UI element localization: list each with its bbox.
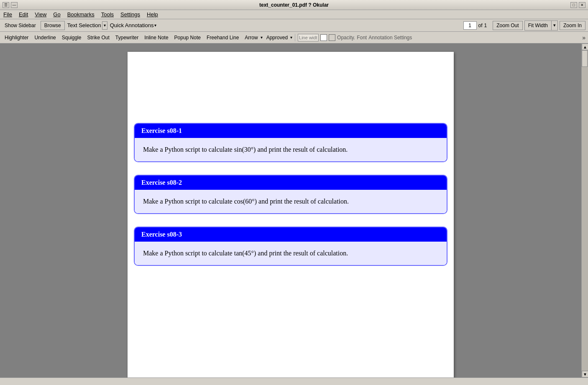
main-toolbar: Show Sidebar Browse Text Selection ▾ Qui… [0,19,588,32]
exercise-box-2: Exercise s08-2 Make a Python script to c… [134,175,447,214]
menu-bookmarks[interactable]: Bookmarks [66,11,96,18]
menu-help[interactable]: Help [145,11,160,18]
menu-file[interactable]: File [2,11,14,18]
exercise-2-header: Exercise s08-2 [135,176,447,190]
approved-dropdown[interactable]: ▾ [290,35,292,40]
approved-wrap: Approved ▾ [264,33,292,42]
title-bar-left-buttons: ☰ — [3,2,18,8]
highlighter-button[interactable]: Highlighter [3,33,31,42]
fit-width-button[interactable]: Fit Width [525,21,552,30]
annotation-toolbar: Highlighter Underline Squiggle Strike Ou… [0,32,588,43]
zoom-out-button[interactable]: Zoom Out [493,21,522,30]
show-sidebar-button[interactable]: Show Sidebar [3,21,38,30]
annot-separator-1 [295,34,295,41]
page-of-label: of [478,23,483,28]
pdf-page: Exercise s08-1 Make a Python script to c… [128,52,454,377]
exercise-3-header: Exercise s08-3 [135,227,447,242]
squiggle-button[interactable]: Squiggle [60,33,84,42]
more-button[interactable]: » [582,34,585,41]
exercise-1-header: Exercise s08-1 [135,124,447,138]
browse-button[interactable]: Browse [41,21,65,30]
exercise-box-3: Exercise s08-3 Make a Python script to c… [134,227,447,266]
menu-edit[interactable]: Edit [17,11,30,18]
scroll-thumb[interactable] [582,50,588,67]
approved-button[interactable]: Approved [264,33,290,42]
exercise-1-body: Make a Python script to calculate sin(30… [135,138,447,161]
menu-bar: File Edit View Go Bookmarks Tools Settin… [0,10,588,19]
line-width-input[interactable] [298,34,319,41]
text-selection-wrap: Text Selection ▾ [67,21,107,30]
opacity-label: Opacity. [337,35,355,41]
main-content: Exercise s08-1 Make a Python script to c… [0,43,588,377]
text-selection-label: Text Selection [67,22,101,28]
title-bar-right-buttons: □ ✕ [570,2,585,8]
scroll-down-arrow[interactable]: ▼ [582,371,588,377]
pdf-viewport[interactable]: Exercise s08-1 Make a Python script to c… [0,43,581,377]
freehand-line-button[interactable]: Freehand Line [205,33,241,42]
arrow-button[interactable]: Arrow [243,33,260,42]
inline-note-button[interactable]: Inline Note [142,33,170,42]
text-selection-dropdown[interactable]: ▾ [102,21,107,30]
window-menu-button[interactable]: ☰ [3,2,9,8]
quick-annotations-label: Quick Annotations [110,22,154,28]
page-navigation: of 1 [463,21,487,30]
arrow-wrap: Arrow ▾ [243,33,262,42]
color-box-2[interactable] [329,34,335,41]
exercise-2-body: Make a Python script to calculate cos(60… [135,190,447,213]
title-bar-title: text_counter_01.pdf ? Okular [259,2,329,8]
fit-width-wrap: Fit Width ▾ [524,20,558,31]
zoom-controls: Zoom Out Fit Width ▾ Zoom In [493,20,585,31]
underline-button[interactable]: Underline [32,33,58,42]
exercise-box-1: Exercise s08-1 Make a Python script to c… [134,123,447,162]
title-bar: ☰ — text_counter_01.pdf ? Okular □ ✕ [0,0,588,10]
scroll-up-arrow[interactable]: ▲ [582,43,588,50]
page-number-input[interactable] [463,21,477,30]
exercise-3-body: Make a Python script to calculate tan(45… [135,242,447,265]
menu-go[interactable]: Go [51,11,62,18]
color-box-1[interactable] [320,34,327,41]
strike-out-button[interactable]: Strike Out [85,33,111,42]
quick-annot-arrow: ▾ [154,23,156,28]
menu-view[interactable]: View [33,11,48,18]
fit-width-dropdown[interactable]: ▾ [552,21,557,30]
annotation-settings-button[interactable]: Annotation Settings [368,35,412,41]
font-label: Font [357,35,367,41]
page-total-label: 1 [484,23,487,28]
menu-tools[interactable]: Tools [100,11,115,18]
window-close-button[interactable]: ✕ [579,2,585,8]
status-bar [0,377,588,385]
menu-settings[interactable]: Settings [119,11,142,18]
zoom-in-button[interactable]: Zoom In [560,21,585,30]
right-scrollbar: ▲ ▼ [581,43,588,377]
quick-annotations-wrap: Quick Annotations ▾ [110,22,157,28]
window-minimize-button[interactable]: — [11,2,18,8]
arrow-dropdown[interactable]: ▾ [261,35,263,40]
popup-note-button[interactable]: Popup Note [172,33,203,42]
typewriter-button[interactable]: Typewriter [113,33,141,42]
scroll-track[interactable] [582,50,588,371]
window-restore-button[interactable]: □ [570,2,577,8]
